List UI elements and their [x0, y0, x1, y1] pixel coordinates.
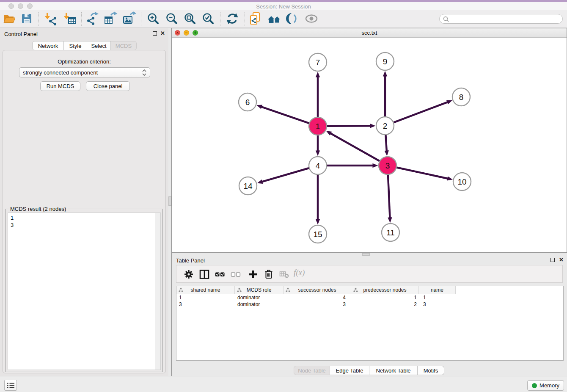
clone-network-icon[interactable] [248, 11, 263, 26]
vertical-splitter-handle[interactable] [168, 196, 171, 206]
mcds-result-textarea[interactable]: 1 3 [8, 213, 161, 370]
tab-mcds[interactable]: MCDS [111, 41, 137, 50]
graph-edge-2-8[interactable] [394, 102, 448, 123]
graph-edge-4-14[interactable] [261, 168, 309, 182]
first-neighbors-icon[interactable] [267, 11, 281, 26]
zoom-out-icon[interactable] [165, 11, 179, 26]
search-input[interactable] [451, 16, 559, 22]
search-field[interactable] [439, 14, 563, 24]
tab-motifs[interactable]: Motifs [418, 366, 444, 375]
graph-node-label: 6 [245, 98, 250, 107]
table-cell: dominator [235, 294, 284, 301]
table-panel-title: Table Panel [176, 257, 205, 264]
memory-button[interactable]: Memory [527, 380, 564, 391]
graph-node-label: 15 [313, 230, 322, 239]
graph-edge-2-3[interactable] [385, 135, 386, 151]
run-mcds-button[interactable]: Run MCDS [40, 81, 80, 91]
graph-node-label: 10 [457, 177, 466, 186]
graph-edge-3-10[interactable] [396, 168, 448, 179]
float-panel-icon[interactable] [153, 31, 157, 36]
import-network-icon[interactable] [43, 11, 57, 26]
network-window-title: scc.txt [172, 30, 567, 36]
split-columns-icon[interactable] [199, 269, 209, 279]
tab-edge-table[interactable]: Edge Table [330, 366, 369, 375]
table-row[interactable]: 3dominator323 [176, 301, 563, 308]
control-panel: Control Panel ✕ NetworkStyleSelectMCDS O… [0, 28, 168, 376]
tab-network-table[interactable]: Network Table [369, 366, 418, 375]
graph-node-label: 9 [383, 57, 388, 66]
function-builder-icon[interactable]: f(x) [294, 268, 305, 277]
graph-edge-arrowhead [373, 163, 378, 168]
table-cell: 3 [419, 301, 456, 308]
graph-edge-1-6[interactable] [261, 107, 309, 123]
network-graph: 1234678910111415 [172, 38, 567, 252]
table-row[interactable]: 1dominator411 [176, 294, 563, 301]
tab-style[interactable]: Style [64, 41, 87, 50]
network-canvas[interactable]: 1234678910111415 [172, 38, 567, 252]
mcds-result-title: MCDS result (2 nodes) [8, 206, 68, 212]
horizontal-splitter-handle[interactable] [362, 253, 370, 256]
graph-edge-arrowhead [256, 105, 262, 109]
session-title: Session: New Session [0, 3, 567, 10]
mcds-result-group: MCDS result (2 nodes) 1 3 [6, 209, 163, 372]
task-history-button[interactable] [4, 380, 17, 391]
control-panel-tabs: NetworkStyleSelectMCDS [32, 41, 137, 50]
tab-network[interactable]: Network [32, 41, 64, 50]
export-table-icon[interactable] [103, 11, 118, 26]
export-network-icon[interactable] [85, 11, 99, 26]
table-toolbar: f(x) [176, 265, 563, 283]
float-table-panel-icon[interactable] [550, 258, 555, 262]
open-file-icon[interactable] [2, 11, 17, 26]
graph-edge-arrowhead [316, 151, 320, 156]
vertical-splitter[interactable] [168, 28, 172, 376]
graph-edge-arrowhead [385, 150, 389, 156]
criterion-value: strongly connected component [23, 69, 142, 76]
dropdown-chevrons-icon [142, 69, 146, 76]
criterion-dropdown[interactable]: strongly connected component [19, 67, 150, 77]
result-scrollbar[interactable] [155, 213, 160, 370]
graph-edge-arrowhead [326, 131, 332, 135]
table-tabs: Node TableEdge TableNetwork TableMotifs [294, 366, 444, 375]
task-list-icon [7, 382, 14, 389]
graph-node-label: 4 [316, 161, 320, 170]
import-table-icon[interactable] [63, 11, 77, 26]
export-image-icon[interactable] [122, 11, 136, 26]
network-window-titlebar[interactable]: × − + scc.txt [172, 28, 567, 38]
column-header-successor-nodes[interactable]: successor nodes [284, 286, 351, 294]
zoom-selected-icon[interactable] [201, 11, 215, 26]
graph-edge-1-2[interactable] [327, 126, 371, 126]
toolbar-divider [38, 12, 39, 26]
column-header-MCDS-role[interactable]: MCDS role [235, 286, 284, 294]
zoom-in-icon[interactable] [146, 11, 160, 26]
close-table-panel-icon[interactable]: ✕ [559, 258, 564, 262]
add-column-icon[interactable] [248, 269, 258, 279]
close-panel-button[interactable]: Close panel [86, 81, 130, 91]
tab-node-table[interactable]: Node Table [294, 366, 330, 375]
settings-gear-icon[interactable] [184, 269, 194, 279]
tab-select[interactable]: Select [87, 41, 111, 50]
select-all-icon[interactable] [215, 269, 225, 279]
delete-table-icon[interactable] [279, 269, 289, 279]
column-header-predecessor-nodes[interactable]: predecessor nodes [351, 286, 419, 294]
graph-node-label: 11 [386, 228, 395, 237]
graph-edge-arrowhead [388, 217, 392, 223]
table-cell: 4 [284, 294, 351, 301]
delete-column-icon[interactable] [264, 269, 274, 279]
refresh-layout-icon[interactable] [225, 11, 239, 26]
horizontal-splitter[interactable] [172, 253, 567, 256]
table-panel: Table Panel ✕ f(x) [172, 256, 567, 376]
hide-selected-icon[interactable] [285, 11, 300, 26]
show-all-icon[interactable] [304, 11, 319, 26]
unselect-all-icon[interactable] [231, 269, 241, 279]
column-header-name[interactable]: name [419, 286, 456, 294]
graph-edge-3-1[interactable] [330, 133, 380, 161]
save-session-icon[interactable] [19, 11, 34, 26]
close-panel-icon[interactable]: ✕ [160, 31, 165, 36]
graph-edge-arrowhead [257, 179, 263, 184]
table-cell: dominator [235, 301, 284, 308]
column-header-shared-name[interactable]: shared name [176, 286, 235, 294]
table-cell: 1 [176, 294, 235, 301]
toolbar-divider [141, 12, 141, 26]
zoom-fit-icon[interactable] [183, 11, 197, 26]
graph-edge-3-11[interactable] [388, 174, 390, 218]
